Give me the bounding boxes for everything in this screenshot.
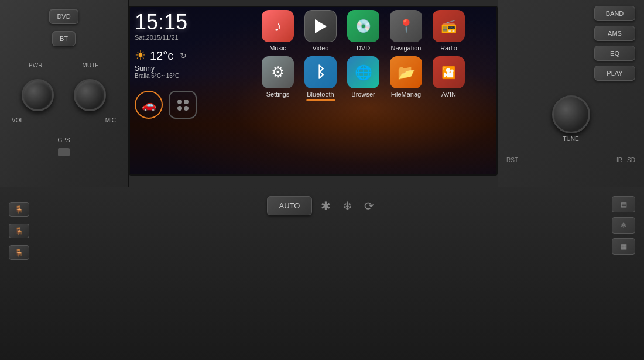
radio-label: Radio [440,44,457,52]
rst-sd-row: RST IR SD [498,157,644,163]
weather-location: Braila 6°C~ 16°C [135,73,254,79]
globe-icon: 🌐 [355,64,372,81]
dots-widget-icon[interactable] [169,91,197,119]
tune-knob[interactable] [552,95,590,133]
mute-knob[interactable] [74,79,106,111]
usb-icon[interactable] [58,148,70,156]
time-display: 15:15 [135,12,254,33]
avin-person-icon: 🎦 [441,66,456,80]
settings-label: Settings [266,91,290,98]
bluetooth-icon-bg: ᛒ [304,56,337,88]
avin-label: AVIN [441,91,456,98]
right-knob-area: TUNE [498,87,644,151]
video-icon-bg [304,10,337,42]
ir-label: IR [616,157,622,163]
refresh-icon[interactable]: ↻ [180,51,187,60]
play-button[interactable]: PLAY [594,66,635,81]
bt-button[interactable]: BT [52,31,76,46]
app-bluetooth[interactable]: ᛒ Bluetooth [302,56,340,101]
seat-controls: 🪑 🪑 🪑 [9,202,29,260]
center-controls: AUTO ✱ ❄ ⟳ [41,196,600,215]
gps-section: GPS [57,137,70,156]
right-climate-buttons: ▤ ❄ ▦ [612,196,635,255]
music-label: Music [269,44,286,52]
app-music[interactable]: ♪ Music [259,10,297,52]
seat-btn-2[interactable]: 🪑 [9,224,29,238]
music-icon-bg: ♪ [262,10,294,42]
bluetooth-symbol-icon: ᛒ [316,63,326,81]
recirculate-icon: ▦ [621,242,627,251]
car-icon: 🚗 [142,98,156,112]
play-icon [315,19,327,33]
band-button[interactable]: BAND [594,6,635,21]
filemanager-icon-bg: 📂 [390,56,422,88]
auto-button[interactable]: AUTO [267,196,313,215]
nav-label: Navigation [391,44,422,52]
video-label: Video [313,44,329,52]
app-avin[interactable]: 🎦 AVIN [430,56,468,98]
temperature: 12°c [150,49,173,63]
rst-label: RST [506,157,518,163]
climate-btn-2[interactable]: ❄ [612,217,635,234]
tune-label: TUNE [563,136,578,142]
ams-button[interactable]: AMS [594,26,635,41]
screen: 15:15 Sat.2015/11/21 ☀ 12°c ↻ Sunny Brai… [129,6,498,176]
gps-label: GPS [57,137,70,143]
seat-control-1[interactable]: 🪑 [9,202,29,217]
app-grid-container: ♪ Music Video 💿 [259,7,496,174]
weather-condition: Sunny [135,64,254,73]
app-browser[interactable]: 🌐 Browser [344,56,382,98]
screen-left: 15:15 Sat.2015/11/21 ☀ 12°c ↻ Sunny Brai… [130,7,259,174]
sd-label: SD [627,157,635,163]
right-buttons: BAND AMS EQ PLAY [498,0,644,87]
auto-row: AUTO ✱ ❄ ⟳ [267,196,375,215]
radio-icon-bg: 📻 [433,10,465,42]
active-indicator [306,99,335,101]
defrost-rear-icon: ▤ [621,200,627,208]
app-row-2: ⚙ Settings ᛒ Bluetooth [259,56,494,101]
nav-pin-icon: 📍 [398,19,414,34]
pwr-knob[interactable] [22,79,54,111]
date-display: Sat.2015/11/21 [135,34,254,41]
seat-control-3[interactable]: 🪑 [9,245,29,260]
fan-icon-2[interactable]: ❄ [342,199,352,213]
music-note-icon: ♪ [274,17,282,35]
weather-widget: ☀ 12°c ↻ Sunny Braila 6°C~ 16°C [135,48,254,79]
defrost-icon: ❄ [621,221,626,229]
dvd-button[interactable]: DVD [49,9,78,24]
seat-control-2[interactable]: 🪑 [9,224,29,238]
seat-btn-3[interactable]: 🪑 [9,245,29,260]
mic-label: MIC [105,117,116,124]
fan-icon-1[interactable]: ✱ [321,199,331,213]
gear-icon: ⚙ [271,63,285,81]
seat-icon-1: 🪑 [15,205,23,214]
seat-icon-2: 🪑 [15,227,23,235]
car-widget-icon[interactable]: 🚗 [135,91,163,119]
car-interior: DVD BT PWR MUTE VOL MIC GPS [0,0,644,360]
app-settings[interactable]: ⚙ Settings [259,56,297,98]
climate-btn-1[interactable]: ▤ [612,196,635,212]
dvd-disc-icon: 💿 [355,19,371,34]
vol-label: VOL [12,117,23,124]
app-navigation[interactable]: 📍 Navigation [387,10,425,52]
app-dvd[interactable]: 💿 DVD [344,10,382,52]
pwr-label: PWR [29,62,42,68]
climate-btn-3[interactable]: ▦ [612,238,635,255]
avin-icon-bg: 🎦 [433,56,465,88]
dvd-icon-bg: 💿 [347,10,379,42]
nav-icon-bg: 📍 [390,10,422,42]
seat-icon-3: 🪑 [15,249,23,257]
app-radio[interactable]: 📻 Radio [430,10,468,52]
app-video[interactable]: Video [302,10,340,52]
four-dots-icon [177,100,189,111]
filemanager-label: FileManag [391,91,421,98]
fan-speed-icon[interactable]: ⟳ [364,199,374,213]
screen-content: 15:15 Sat.2015/11/21 ☀ 12°c ↻ Sunny Brai… [130,7,496,174]
bottom-section: 🪑 🪑 🪑 AUTO ✱ ❄ ⟳ [0,187,644,360]
app-filemanager[interactable]: 📂 FileManag [387,56,425,98]
mute-label: MUTE [83,62,99,68]
eq-button[interactable]: EQ [594,46,635,61]
folder-icon: 📂 [398,64,415,81]
radio-wave-icon: 📻 [441,19,457,34]
seat-btn-1[interactable]: 🪑 [9,202,29,217]
